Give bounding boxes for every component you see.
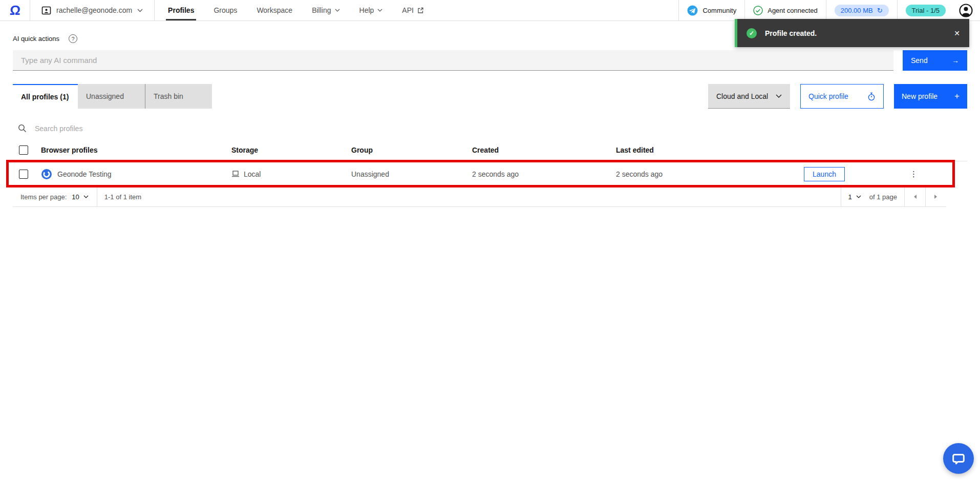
quick-profile-button[interactable]: Quick profile [800,84,884,109]
pagination-bar: Items per page: 10 1-1 of 1 item 1 of 1 … [13,186,946,207]
avatar[interactable] [954,0,980,20]
column-browser-profiles: Browser profiles [35,146,231,154]
next-page-button[interactable] [926,187,946,206]
toast-message: Profile created. [765,29,817,37]
trial-badge: Trial - 1/5 [906,5,946,16]
data-usage-pill[interactable]: 200.00 MB ↻ [835,5,889,16]
plus-icon: + [954,91,960,101]
chevron-down-icon [335,9,340,12]
group-value: Unassigned [351,170,472,178]
stopwatch-icon [867,92,876,101]
data-usage-value: 200.00 MB [841,7,873,14]
table-row-wrapper: Geonode Testing Local Unassigned 2 secon… [13,161,967,186]
trial-badge-label: Trial - 1/5 [912,7,940,14]
items-range-text: 1-1 of 1 item [100,193,141,201]
top-bar-right: Community Agent connected 200.00 MB ↻ Tr… [678,0,980,20]
help-icon[interactable]: ? [69,34,77,43]
row-checkbox[interactable] [19,170,28,179]
community-link[interactable]: Community [679,0,744,20]
ai-section-label: AI quick actions [13,35,59,43]
tab-trash-bin[interactable]: Trash bin [145,84,212,109]
plan-group: Trial - 1/5 [898,0,954,20]
account-email: rachelle@geonode.com [56,6,132,14]
send-label: Send [911,56,928,65]
nav-item-workspace[interactable]: Workspace [257,0,292,20]
tab-all-profiles[interactable]: All profiles (1) [13,84,78,109]
nav-label: Groups [214,6,237,14]
nav-item-groups[interactable]: Groups [214,0,237,20]
arrow-right-icon: → [952,56,959,65]
caret-left-icon [913,194,917,199]
nav-label: API [402,6,414,14]
ai-command-input[interactable] [13,50,893,71]
profiles-table: Browser profiles Storage Group Created L… [13,139,967,186]
telegram-icon [687,5,698,16]
column-group: Group [351,146,472,154]
agent-status: Agent connected [745,0,826,20]
data-usage-group: 200.00 MB ↻ [826,0,897,20]
table-header-row: Browser profiles Storage Group Created L… [13,139,967,161]
new-profile-label: New profile [902,92,938,100]
prev-page-button[interactable] [905,187,925,206]
community-label: Community [702,7,736,14]
tab-unassigned[interactable]: Unassigned [78,84,145,109]
nav-item-billing[interactable]: Billing [312,0,339,20]
main-nav: Profiles Groups Workspace Billing Help A… [168,0,424,20]
storage-value: Local [244,170,261,178]
chevron-down-icon [776,94,782,98]
profile-tabs: All profiles (1) Unassigned Trash bin [13,84,212,109]
chevron-down-icon [137,9,143,12]
laptop-icon [231,171,240,177]
chevron-down-icon [856,195,861,198]
profiles-toolbar: Cloud and Local Quick profile New profil… [708,84,967,109]
nav-label: Billing [312,6,331,14]
storage-filter-select[interactable]: Cloud and Local [708,84,790,109]
tab-label: Unassigned [86,92,124,100]
search-icon [18,124,27,133]
search-input[interactable] [35,124,219,133]
table-row[interactable]: Geonode Testing Local Unassigned 2 secon… [13,161,967,186]
pages-count-text: of 1 page [869,193,897,201]
items-per-page-select[interactable]: 10 [67,193,93,201]
success-check-icon: ✓ [747,28,757,38]
page-select[interactable]: 1 [848,193,861,201]
account-card-icon [41,6,51,15]
last-edited-value: 2 seconds ago [616,170,789,178]
app-logo[interactable]: Ω [0,0,30,20]
divider [154,0,155,20]
divider [97,187,97,206]
new-profile-button[interactable]: New profile + [894,84,967,109]
select-all-checkbox[interactable] [19,145,28,155]
items-per-page-label: Items per page: [20,193,67,201]
nav-label: Help [359,6,374,14]
geonode-logo-icon: Ω [9,3,20,18]
main-content: AI quick actions ? Send → All profiles (… [0,34,980,207]
quick-profile-label: Quick profile [808,92,848,100]
account-menu[interactable]: rachelle@geonode.com [30,0,154,20]
nav-label: Workspace [257,6,292,14]
page-value: 1 [848,193,852,201]
refresh-icon[interactable]: ↻ [877,7,883,14]
column-last-edited: Last edited [616,146,789,154]
nav-item-help[interactable]: Help [359,0,383,20]
close-icon[interactable]: ✕ [954,29,960,37]
column-storage: Storage [231,146,351,154]
send-button[interactable]: Send → [903,50,967,71]
chat-bubble-icon [951,451,966,466]
profile-browser-icon [41,169,52,180]
column-created: Created [472,146,616,154]
kebab-menu-icon[interactable]: ⋮ [906,168,922,181]
launch-button[interactable]: Launch [804,167,845,181]
nav-item-profiles[interactable]: Profiles [168,0,194,20]
chevron-down-icon [83,195,89,198]
nav-label: Profiles [168,6,194,14]
external-link-icon [417,7,424,14]
tab-label: All profiles (1) [21,93,69,101]
storage-filter-value: Cloud and Local [716,92,768,100]
check-circle-icon [753,6,763,15]
top-bar: Ω rachelle@geonode.com Profiles Groups W… [0,0,980,21]
nav-item-api[interactable]: API [402,0,424,20]
agent-status-label: Agent connected [768,7,818,14]
chat-launcher-button[interactable] [943,443,974,474]
toast-notification: ✓ Profile created. ✕ [735,19,969,47]
